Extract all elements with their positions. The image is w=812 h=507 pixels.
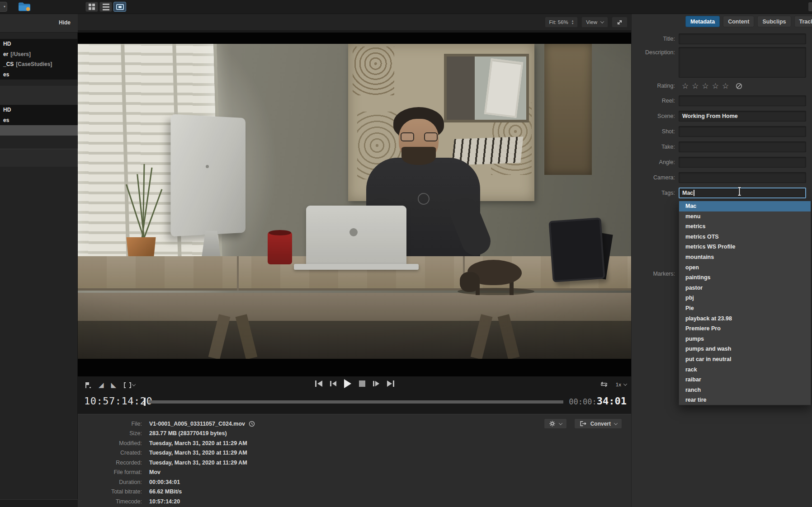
chevron-down-icon xyxy=(623,382,627,385)
file-info-row: Modified: Tuesday, March 31, 2020 at 11:… xyxy=(78,438,485,448)
ingest-folder-button[interactable] xyxy=(16,1,33,13)
partial-toolbar-button[interactable]: ▾ xyxy=(0,2,7,12)
tag-suggestion[interactable]: open xyxy=(679,263,811,273)
go-to-end-button[interactable] xyxy=(387,380,394,387)
title-field[interactable] xyxy=(679,33,806,44)
file-actions: Convert xyxy=(544,418,622,429)
rating-label: Rating: xyxy=(632,80,675,91)
star-icon[interactable]: ☆ xyxy=(722,82,729,90)
tag-suggestion[interactable]: rear tire xyxy=(679,395,811,405)
take-field[interactable] xyxy=(679,141,806,152)
sidebar-folder-group: HD er [/Users] _CS [CaseStudies] es xyxy=(0,39,78,80)
view-menu-button[interactable]: View xyxy=(581,17,608,28)
grid-view-icon xyxy=(89,4,95,10)
tag-suggestion[interactable]: ranch xyxy=(679,385,811,395)
chevron-down-icon xyxy=(558,421,562,425)
star-icon[interactable]: ☆ xyxy=(682,82,689,90)
metadata-form: Title: Description: Rating: ☆ ☆ ☆ ☆ ☆ xyxy=(632,14,812,203)
fullscreen-button[interactable] xyxy=(612,17,628,28)
tag-suggestion[interactable]: pumps xyxy=(679,334,811,344)
file-info-row: Duration: 00:00:34:01 xyxy=(78,477,485,487)
tag-suggestion[interactable]: pbj xyxy=(679,293,811,303)
tag-suggestion[interactable]: Mac xyxy=(679,201,811,211)
hide-sidebar-button[interactable]: Hide xyxy=(59,19,71,26)
go-to-start-button[interactable] xyxy=(315,380,322,387)
description-label: Description: xyxy=(632,47,675,78)
convert-button[interactable]: Convert xyxy=(574,418,622,429)
file-info-value: V1-0001_A005_03311057_C024.mov xyxy=(149,421,245,427)
file-info-rows: File: V1-0001_A005_03311057_C024.mov Siz… xyxy=(78,419,485,507)
tag-suggestion[interactable]: put car in neutral xyxy=(679,354,811,365)
tag-suggestion[interactable]: metrics WS Profile xyxy=(679,242,811,252)
timeline-track[interactable] xyxy=(148,400,563,404)
expand-diagonal-icon xyxy=(616,19,623,26)
clear-rating-icon[interactable] xyxy=(736,83,742,89)
tag-suggestion[interactable]: paintings xyxy=(679,272,811,283)
stop-button[interactable] xyxy=(359,380,365,387)
reel-field[interactable] xyxy=(679,95,806,106)
tag-suggestion[interactable]: Premiere Pro xyxy=(679,324,811,334)
zoom-fit-control[interactable]: Fit: 56% ▴▾ xyxy=(545,17,578,28)
tag-suggestion[interactable]: raibar xyxy=(679,375,811,385)
star-icon[interactable]: ☆ xyxy=(692,82,699,90)
sidebar-item[interactable]: es xyxy=(0,115,78,126)
camera-field[interactable] xyxy=(679,172,806,183)
file-info-value: Mov xyxy=(149,469,161,475)
monitor-panel: Fit: 56% ▴▾ View xyxy=(78,14,631,414)
take-label: Take: xyxy=(632,141,675,152)
preview-view-button[interactable] xyxy=(113,2,126,12)
settings-button[interactable] xyxy=(544,418,567,429)
loop-playback-button[interactable] xyxy=(600,381,609,388)
angle-field[interactable] xyxy=(679,157,806,168)
tag-suggestion[interactable]: metrics xyxy=(679,221,811,232)
chevron-down-icon xyxy=(614,421,618,425)
star-icon[interactable]: ☆ xyxy=(712,82,719,90)
file-info-label: Size: xyxy=(78,430,142,437)
clock-icon xyxy=(249,421,255,427)
tag-suggestion[interactable]: pastor xyxy=(679,283,811,293)
sidebar-item[interactable]: es xyxy=(0,70,78,80)
play-button[interactable] xyxy=(344,379,351,388)
file-info-row: Created: Tuesday, March 31, 2020 at 11:2… xyxy=(78,448,485,458)
grid-view-button[interactable] xyxy=(85,2,98,12)
sidebar-item[interactable]: er [/Users] xyxy=(0,49,78,60)
list-view-button[interactable] xyxy=(99,2,112,12)
step-back-button[interactable] xyxy=(330,381,336,386)
tag-suggestion[interactable]: mountains xyxy=(679,252,811,263)
tag-suggestion[interactable]: rack xyxy=(679,365,811,375)
scene-label: Scene: xyxy=(632,111,675,122)
sidebar-footer xyxy=(0,499,78,507)
markers-label: Markers: xyxy=(632,271,675,277)
playback-speed-button[interactable]: 1x xyxy=(616,382,627,387)
top-toolbar: ▾ xyxy=(0,0,812,14)
star-icon[interactable]: ☆ xyxy=(702,82,709,90)
description-field[interactable] xyxy=(679,47,806,78)
shot-field[interactable] xyxy=(679,126,806,137)
tags-input[interactable]: Mac xyxy=(679,188,806,198)
scene-field[interactable]: Working From Home xyxy=(679,111,806,122)
tag-suggestion[interactable]: metrics OTS xyxy=(679,232,811,242)
sidebar-item[interactable]: HD xyxy=(0,105,78,115)
file-info-panel: File: V1-0001_A005_03311057_C024.mov Siz… xyxy=(78,414,631,507)
timeline-playhead[interactable] xyxy=(144,398,146,406)
sidebar-item[interactable] xyxy=(0,125,78,136)
file-info-label: Modified: xyxy=(78,440,142,446)
tag-suggestion[interactable]: pumps and wash xyxy=(679,344,811,354)
file-info-value: Tuesday, March 31, 2020 at 11:29 AM xyxy=(149,450,247,456)
video-frame[interactable] xyxy=(78,44,631,359)
tag-suggestion[interactable]: playback at 23.98 xyxy=(679,314,811,324)
sidebar-item[interactable]: HD xyxy=(0,39,78,49)
gear-icon xyxy=(549,420,556,427)
sidebar-item[interactable]: _CS [CaseStudies] xyxy=(0,59,78,70)
metadata-panel: MetadataContentSubclipsTracks Title: Des… xyxy=(631,14,812,507)
project-sidebar: Hide HD er [/Users] _CS [CaseStudies] es… xyxy=(0,14,78,507)
file-info-row: Size: 283.77 MB (283770419 bytes) xyxy=(78,429,485,439)
tag-suggestion[interactable]: menu xyxy=(679,211,811,222)
tag-suggestion[interactable]: Pie xyxy=(679,303,811,314)
file-info-label: File: xyxy=(78,421,142,427)
tags-label: Tags: xyxy=(632,188,675,198)
file-info-label: Created: xyxy=(78,450,142,456)
transport-bar: ◢ ◣ xyxy=(78,378,631,394)
step-forward-button[interactable] xyxy=(373,381,379,386)
partial-right-button[interactable] xyxy=(808,2,812,11)
